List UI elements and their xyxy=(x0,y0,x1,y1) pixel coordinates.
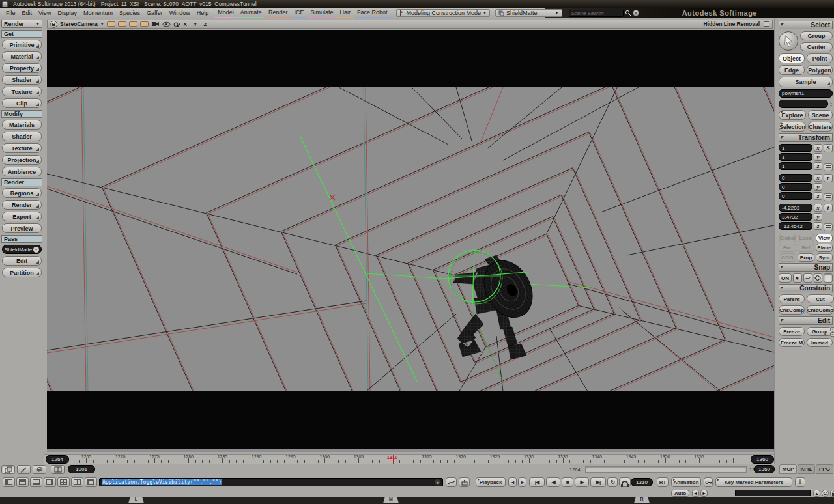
animation-menu-button[interactable]: Animation xyxy=(671,477,701,487)
button-material[interactable]: Material xyxy=(2,51,42,61)
selection-button[interactable]: Selection xyxy=(779,122,806,132)
spinner-down-icon[interactable]: ▼ xyxy=(829,104,833,107)
layout-preset-vertical-split[interactable] xyxy=(71,477,83,487)
start-frame-field[interactable]: 1001 xyxy=(68,465,95,473)
axis-button-x[interactable]: x xyxy=(814,144,822,152)
layout-preset-top-split[interactable] xyxy=(16,477,29,487)
transform-value-x-2[interactable]: -4.2203 xyxy=(779,204,812,212)
menu-help[interactable]: Help xyxy=(194,8,212,18)
transform-header[interactable]: Transform xyxy=(779,133,833,142)
last-frame-button[interactable]: ▶| xyxy=(590,477,606,487)
menu-render[interactable]: Render xyxy=(265,8,291,18)
memo-cam-4[interactable] xyxy=(140,21,149,27)
snap-header[interactable]: Snap xyxy=(779,263,833,272)
transform-value-z-0[interactable]: 1 xyxy=(779,162,812,170)
lock-icon[interactable] xyxy=(830,490,834,497)
button-projection[interactable]: Projection xyxy=(2,155,42,165)
selected-object-field[interactable]: polymsh1 xyxy=(779,89,833,98)
menu-ice[interactable]: ICE xyxy=(291,8,307,18)
command-history-icon[interactable]: ▼ xyxy=(435,479,440,485)
axis-button-z[interactable]: z xyxy=(814,162,822,170)
button-shader[interactable]: Shader xyxy=(2,132,42,141)
toggle-local[interactable]: Local xyxy=(798,234,814,242)
viewport-canvas[interactable] xyxy=(47,30,774,452)
axis-button-y[interactable]: y xyxy=(814,213,822,221)
button-property[interactable]: Property xyxy=(2,63,42,73)
timeline-end-field[interactable]: 1360 xyxy=(751,455,774,464)
loop-button[interactable]: ↻ xyxy=(607,477,618,487)
step-back-button[interactable]: ◀ xyxy=(546,477,560,487)
split-view-icon[interactable] xyxy=(51,465,65,474)
pass-selector-dropdown[interactable]: ShieldMatte ▼ xyxy=(495,9,562,17)
menu-species[interactable]: Species xyxy=(116,8,143,18)
construction-mode-dropdown[interactable]: Modeling Construction Mode ▼ xyxy=(396,9,491,17)
display-options-icon[interactable] xyxy=(173,21,181,27)
axis-button-x[interactable]: x xyxy=(814,204,822,212)
layout-preset-compact[interactable] xyxy=(85,477,97,487)
character-key-button[interactable] xyxy=(795,477,805,487)
menu-face-robot[interactable]: Face Robot xyxy=(354,8,391,18)
axis-letters[interactable]: X Y Z xyxy=(184,21,210,27)
palette-icon[interactable] xyxy=(33,465,46,474)
button-texture[interactable]: Texture xyxy=(2,143,42,153)
key-marked-parameters-button[interactable]: Key Marked Parameters xyxy=(715,477,792,487)
selection-list-field[interactable] xyxy=(779,100,828,108)
button-chldcomp[interactable]: ChldComp xyxy=(807,305,834,315)
srt-button-s[interactable]: S xyxy=(824,144,833,152)
menu-momentum[interactable]: Momentum xyxy=(80,8,116,18)
axis-button-y[interactable]: y xyxy=(814,183,822,191)
tab-kp-l[interactable]: KP/L xyxy=(798,464,815,474)
chevron-down-icon[interactable]: ▼ xyxy=(100,22,104,26)
axis-button-x[interactable]: x xyxy=(814,174,822,182)
memo-cam-3[interactable] xyxy=(129,21,137,27)
menu-hair[interactable]: Hair xyxy=(336,8,354,18)
srt-button-r[interactable]: r xyxy=(824,174,833,182)
menu-simulate[interactable]: Simulate xyxy=(307,8,336,18)
auto-key-button[interactable]: Auto xyxy=(671,490,689,497)
range-end-field[interactable]: 1360 xyxy=(754,465,775,473)
menu-window[interactable]: Window xyxy=(166,8,194,18)
button-clip[interactable]: Clip xyxy=(2,98,42,108)
curve-snap-icon[interactable] xyxy=(803,273,812,283)
button-preview[interactable]: Preview xyxy=(2,223,42,233)
toggle-plane[interactable]: Plane xyxy=(816,244,833,252)
polygon-filter-button[interactable]: Polygon xyxy=(807,65,833,75)
tab-mcp[interactable]: MCP xyxy=(779,464,797,474)
button-render[interactable]: Render xyxy=(2,200,42,210)
stack-icon[interactable] xyxy=(824,193,833,201)
menu-gaffer[interactable]: Gaffer xyxy=(143,8,166,18)
snap-on-button[interactable]: ON xyxy=(779,273,792,283)
script-command-input[interactable]: Application.ToggleVisibility("","","") ▼ xyxy=(99,478,443,486)
button-cut[interactable]: Cut xyxy=(807,294,834,303)
duplicate-view-icon[interactable] xyxy=(1,465,15,474)
edge-filter-button[interactable]: Edge xyxy=(779,65,805,75)
group-add-button[interactable]: + xyxy=(830,327,834,331)
layout-preset-right-split[interactable] xyxy=(44,477,56,487)
menu-model[interactable]: Model xyxy=(214,8,237,18)
toggle-ref[interactable]: Ref xyxy=(798,244,814,252)
toggle-sym[interactable]: Sym xyxy=(816,253,833,262)
timeline-start-field[interactable]: 1264 xyxy=(46,455,69,464)
toggle-prop[interactable]: Prop xyxy=(798,253,814,262)
grid-snap-icon[interactable] xyxy=(824,273,833,283)
toggle-view[interactable]: View xyxy=(816,234,833,242)
button-regions[interactable]: Regions xyxy=(2,188,42,198)
transform-value-x-0[interactable]: 1 xyxy=(779,144,812,152)
transform-value-z-1[interactable]: 0 xyxy=(779,192,812,200)
play-button[interactable]: ▶ xyxy=(575,477,589,487)
stack-icon[interactable] xyxy=(824,223,833,231)
viewport-letter-button[interactable]: B xyxy=(50,21,57,28)
button-export[interactable]: Export xyxy=(2,212,42,221)
button-materials[interactable]: Materials xyxy=(2,120,42,130)
pen-tool-icon[interactable] xyxy=(17,465,31,474)
first-frame-button[interactable]: |◀ xyxy=(529,477,545,487)
button-primitive[interactable]: Primitive xyxy=(2,40,42,49)
transform-value-y-2[interactable]: 3.4732 xyxy=(779,213,812,221)
transform-value-y-0[interactable]: 1 xyxy=(779,153,812,161)
display-mode-menu[interactable]: Hidden Line Removal xyxy=(704,21,760,27)
axis-button-z[interactable]: z xyxy=(814,222,822,230)
script-export-button[interactable] xyxy=(459,477,470,487)
key-button[interactable] xyxy=(704,477,713,487)
transform-value-z-2[interactable]: -13.4542 xyxy=(779,222,812,230)
sample-button[interactable]: Sample xyxy=(779,77,833,87)
